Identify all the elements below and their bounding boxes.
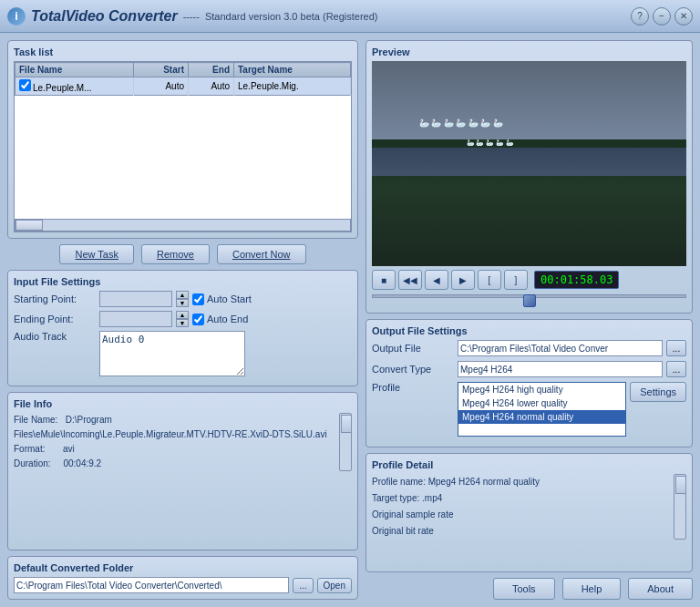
mark-in-button[interactable]: [ [478,270,501,290]
file-info-title: File Info [14,398,352,409]
main-content: Task list File Name Start End Target Nam… [0,33,700,607]
file-info-scroll-thumb[interactable] [341,415,352,433]
profile-detail-section: Profile Detail Profile name: Mpeg4 H264 … [365,453,693,572]
profile-item-lower[interactable]: Mpeg4 H264 lower quality [458,396,625,410]
task-filename-cell: Le.Peuple.M... [15,77,134,96]
profile-item-normal[interactable]: Mpeg4 H264 normal quality [458,410,625,424]
video-birds: 🦢 🦢 🦢 🦢 🦢 🦢 🦢 [419,118,503,128]
spinner-down2[interactable]: ▼ [176,319,189,327]
target-type-row: Target type: .mp4 [372,490,670,507]
profile-detail-title: Profile Detail [372,459,686,470]
table-row[interactable]: Le.Peuple.M... Auto Auto Le.Peuple.Mig. [15,77,351,96]
folder-browse-button[interactable]: ... [293,578,313,593]
play-button[interactable]: ▶ [451,270,475,290]
progress-track[interactable] [372,294,686,298]
target-type-value: .mp4 [422,493,442,503]
convert-type-row: Convert Type ... [372,361,686,377]
horizontal-scrollbar[interactable] [15,219,351,231]
video-sky [372,61,686,148]
mark-out-button[interactable]: ] [504,270,528,290]
ending-point-input[interactable] [99,311,172,327]
auto-start-checkbox[interactable] [192,293,204,305]
col-start: Start [134,63,189,77]
profile-detail-content: Profile name: Mpeg4 H264 normal quality … [372,474,686,540]
auto-end-checkbox[interactable] [192,314,204,325]
audio-track-input[interactable]: Audio 0 [99,331,245,376]
new-task-button[interactable]: New Task [59,244,133,264]
file-info-text: File Name: D:\Program Files\eMule\Incomi… [14,413,335,471]
auto-start-checkbox-label[interactable]: Auto Start [192,293,252,305]
profile-detail-text: Profile name: Mpeg4 H264 normal quality … [372,474,670,540]
task-checkbox[interactable] [19,79,31,91]
auto-start-label: Auto Start [207,293,252,304]
bit-rate-label: Original bit rate [372,526,434,536]
output-browse-button[interactable]: ... [666,340,686,356]
folder-row: ... Open [14,577,352,593]
starting-point-spinner[interactable]: ▲ ▼ [176,291,189,307]
preview-title: Preview [372,46,686,57]
close-button[interactable]: ✕ [674,7,693,26]
convert-type-label: Convert Type [372,364,454,375]
title-left: i TotalVideo Converter ----- Standard ve… [7,7,378,26]
output-file-row: Output File ... [372,340,686,356]
target-type-label: Target type: [372,493,419,503]
spinner-up2[interactable]: ▲ [176,311,189,319]
sample-rate-label: Original sample rate [372,509,453,520]
sample-rate-row: Original sample rate [372,507,670,523]
remove-button[interactable]: Remove [141,244,210,264]
convert-now-button[interactable]: Convert Now [217,244,306,264]
profile-name-row: Profile name: Mpeg4 H264 normal quality [372,474,670,490]
auto-end-label: Auto End [207,314,248,324]
convert-type-browse-button[interactable]: ... [666,361,686,377]
minimize-button[interactable]: − [653,7,671,26]
bottom-buttons: Tools Help About [365,578,693,600]
task-start-cell: Auto [134,77,189,96]
auto-end-checkbox-label[interactable]: Auto End [192,314,248,325]
audio-track-label: Audio Track [14,331,96,342]
preview-section: Preview 🦢 🦢 🦢 🦢 🦢 🦢 🦢 🦢 🦢 🦢 🦢 🦢 [365,40,693,314]
scrollbar-thumb[interactable] [15,220,43,231]
spinner-down[interactable]: ▼ [176,299,189,307]
default-folder-title: Default Converted Folder [14,562,352,573]
right-panel: Preview 🦢 🦢 🦢 🦢 🦢 🦢 🦢 🦢 🦢 🦢 🦢 🦢 [365,40,693,600]
folder-open-button[interactable]: Open [317,578,352,593]
output-file-input[interactable] [458,340,663,356]
input-settings-section: Input File Settings Starting Point: ▲ ▼ … [7,270,358,386]
prev-frame-button[interactable]: ◀◀ [398,270,422,290]
profile-name-label: Profile name: [372,477,426,487]
task-end-cell: Auto [189,77,234,96]
profile-settings-button[interactable]: Settings [630,382,686,402]
ending-point-spinner[interactable]: ▲ ▼ [176,311,189,327]
profile-list[interactable]: Mpeg4 H264 high quality Mpeg4 H264 lower… [458,382,626,437]
video-water [372,148,686,177]
app-version: Standard version 3.0 beta (Registered) [205,11,378,22]
duration-info: Duration: 00:04:9.2 [14,457,335,471]
col-target: Target Name [234,63,351,77]
default-folder-section: Default Converted Folder ... Open [7,556,358,600]
tools-button[interactable]: Tools [493,578,555,600]
file-info-scrollbar[interactable] [339,413,352,471]
profile-item-high[interactable]: Mpeg4 H264 high quality [458,383,625,396]
left-panel: Task list File Name Start End Target Nam… [7,40,358,600]
progress-bar[interactable] [372,294,686,307]
starting-point-row: Starting Point: ▲ ▼ Auto Start [14,291,352,307]
folder-path-input[interactable] [14,577,289,593]
file-info-section: File Info File Name: D:\Program Files\eM… [7,392,358,550]
stop-button[interactable]: ■ [372,270,396,290]
task-list-section: Task list File Name Start End Target Nam… [7,40,358,239]
help-button[interactable]: Help [562,578,622,600]
task-list-empty-area [15,96,351,219]
starting-point-input[interactable] [99,291,172,307]
output-settings-section: Output File Settings Output File ... Con… [365,319,693,448]
action-buttons: New Task Remove Convert Now [7,244,358,264]
profile-detail-scroll-thumb[interactable] [675,476,686,494]
rewind-button[interactable]: ◀ [425,270,448,290]
spinner-up[interactable]: ▲ [176,291,189,299]
output-settings-title: Output File Settings [372,325,686,336]
progress-thumb[interactable] [523,294,536,307]
about-button[interactable]: About [628,578,693,600]
profile-detail-scrollbar[interactable] [674,474,686,540]
window-controls: ? − ✕ [631,7,693,26]
convert-type-input[interactable] [458,361,663,377]
help-button[interactable]: ? [631,7,649,26]
